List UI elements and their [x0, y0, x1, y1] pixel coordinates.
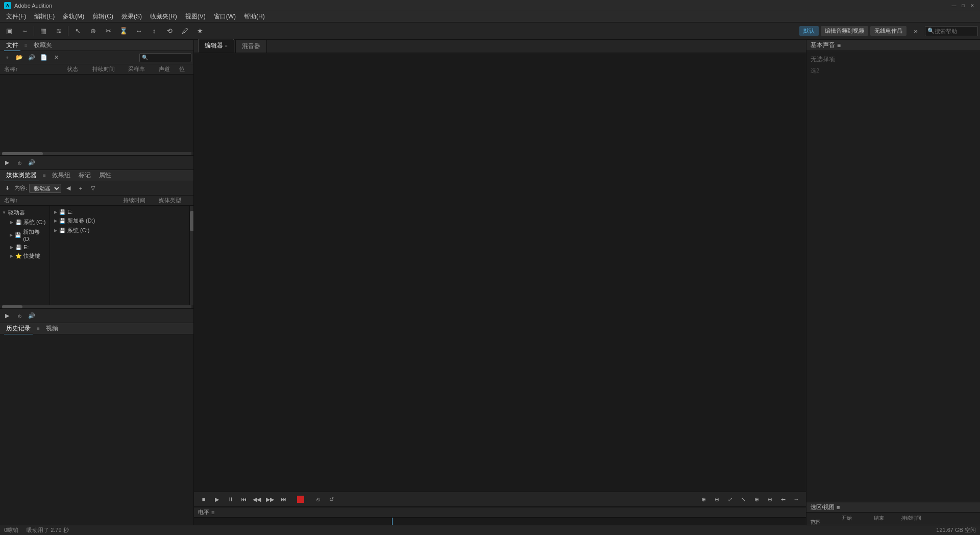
media-vscrollbar-thumb[interactable] [190, 211, 193, 231]
file-reveal-btn[interactable]: 📄 [39, 53, 49, 63]
play-btn[interactable]: ▶ [2, 158, 12, 168]
window-controls: — □ ✕ [950, 2, 976, 9]
tab-properties[interactable]: 属性 [97, 170, 113, 181]
toolbar-multitrack-icon[interactable]: ▦ [36, 25, 51, 38]
selection-end-label: 结束 [868, 515, 890, 522]
media-add-btn[interactable]: + [76, 183, 86, 193]
media-list-item-e[interactable]: ▶ 💾 E: [50, 208, 189, 216]
tab-markers[interactable]: 标记 [77, 170, 93, 181]
pause-btn[interactable]: ⏸ [225, 494, 236, 505]
tree-shortcuts[interactable]: ▶ ⭐ 快捷键 [0, 251, 50, 261]
media-nav-btn[interactable]: ◀ [63, 183, 74, 193]
tree-e[interactable]: ▶ 💾 E: [0, 243, 50, 251]
tab-file[interactable]: 文件 [4, 40, 20, 51]
toolbar-wave-icon[interactable]: ～ [17, 25, 32, 38]
zoom-fit2-btn[interactable]: ⤡ [738, 494, 749, 505]
media-panel: 媒体浏览器 ≡ 效果组 标记 属性 ⬇ 内容: 驱动器 ◀ + ▽ 名称↑ 持续… [0, 170, 193, 323]
menu-effects[interactable]: 效果(S) [117, 11, 146, 22]
media-list-item-c[interactable]: ▶ 💾 系统 (C:) [50, 226, 189, 235]
media-sound-btn[interactable]: 🔊 [27, 311, 37, 321]
file-media-btn[interactable]: 🔊 [27, 53, 37, 63]
menu-edit[interactable]: 编辑(E) [30, 11, 59, 22]
loop-btn[interactable]: ⎋ [14, 158, 24, 168]
sound-btn[interactable]: 🔊 [27, 158, 37, 168]
zoom-in-v-btn[interactable]: ⊕ [751, 494, 762, 505]
rewind-btn[interactable]: ◀◀ [251, 494, 262, 505]
media-filter-btn[interactable]: ▽ [88, 183, 98, 193]
workspace-default[interactable]: 默认 [799, 26, 819, 36]
maximize-button[interactable]: □ [960, 2, 967, 9]
workspace-video[interactable]: 编辑音频到视频 [821, 26, 868, 36]
level-tab-icon[interactable]: ≡ [211, 509, 214, 516]
tree-drives[interactable]: ▼ 驱动器 [0, 208, 50, 217]
stop-btn[interactable]: ■ [198, 494, 209, 505]
tab-mixer[interactable]: 混音器 [235, 39, 267, 53]
zoom-fit-v-btn[interactable]: ⬅ [777, 494, 789, 505]
goto-end-btn[interactable]: ⏭ [278, 494, 289, 505]
tree-d[interactable]: ▶ 💾 新加卷 (D: [0, 227, 50, 243]
tab-video[interactable]: 视频 [44, 323, 60, 334]
menu-multitrack[interactable]: 多轨(M) [59, 11, 88, 22]
media-content-select[interactable]: 驱动器 [29, 184, 61, 193]
tree-system-c[interactable]: ▶ 💾 系统 (C:) [0, 217, 50, 227]
record-btn[interactable] [297, 496, 304, 503]
media-loop-btn[interactable]: ⎋ [14, 311, 24, 321]
menu-view[interactable]: 视图(V) [181, 11, 210, 22]
file-panel-header: 文件 ≡ 收藏夹 [0, 40, 193, 51]
export-btn[interactable]: ⎋ [312, 494, 324, 505]
search-bar[interactable]: 🔍 [925, 26, 978, 36]
toolbar-tool6[interactable]: ↕ [147, 25, 161, 38]
tab-history-icon[interactable]: ≡ [37, 326, 40, 331]
toolbar-tool7[interactable]: ⟲ [162, 25, 177, 38]
selection-icon[interactable]: ≡ [837, 504, 840, 510]
fastforward-btn[interactable]: ▶▶ [264, 494, 276, 505]
zoom-out-h-btn[interactable]: ⊖ [711, 494, 722, 505]
minimize-button[interactable]: — [950, 2, 958, 9]
toolbar-tool2[interactable]: ⊕ [86, 25, 100, 38]
file-open-btn[interactable]: 📂 [14, 53, 24, 63]
media-home-btn[interactable]: ⬇ [2, 183, 12, 193]
workspace-radio[interactable]: 无线电作品 [870, 26, 906, 36]
toolbar-tool8[interactable]: 🖊 [178, 25, 192, 38]
toolbar-tool1[interactable]: ↖ [70, 25, 85, 38]
zoom-fit-h-btn[interactable]: ⤢ [724, 494, 736, 505]
editor-tab-icon[interactable]: ≡ [225, 43, 227, 48]
tab-effects[interactable]: 效果组 [50, 170, 72, 181]
media-vscrollbar[interactable] [189, 206, 193, 305]
tab-bookmarks[interactable]: 收藏夹 [32, 40, 54, 51]
zoom-out-v-btn[interactable]: ⊖ [764, 494, 775, 505]
close-button[interactable]: ✕ [969, 2, 976, 9]
level-tab[interactable]: 电平 [198, 508, 209, 516]
tab-file-icon[interactable]: ≡ [24, 42, 28, 48]
tab-media[interactable]: 媒体浏览器 [4, 170, 39, 181]
menu-help[interactable]: 帮助(H) [240, 11, 269, 22]
toolbar-tool4[interactable]: ⌛ [116, 25, 131, 38]
essential-sound-icon[interactable]: ≡ [837, 42, 841, 49]
menu-window[interactable]: 窗口(W) [210, 11, 240, 22]
menu-file[interactable]: 文件(F) [2, 11, 30, 22]
tab-media-icon[interactable]: ≡ [43, 173, 46, 178]
toolbar-waveform-icon[interactable]: ▣ [2, 25, 16, 38]
media-play-btn[interactable]: ▶ [2, 311, 12, 321]
file-new-btn[interactable]: + [2, 53, 12, 63]
media-list-item-d[interactable]: ▶ 💾 新加卷 (D:) [50, 216, 189, 226]
file-search[interactable]: 🔍 [139, 53, 191, 62]
app-logo: A [4, 2, 11, 9]
loop-toggle-btn[interactable]: ↺ [326, 494, 337, 505]
file-search-input[interactable] [148, 55, 189, 61]
toolbar-tool5[interactable]: ↔ [132, 25, 146, 38]
toolbar-tool9[interactable]: ★ [193, 25, 207, 38]
play-btn[interactable]: ▶ [211, 494, 223, 505]
toolbar-wave2-icon[interactable]: ≋ [52, 25, 66, 38]
zoom-in-h-btn[interactable]: ⊕ [698, 494, 709, 505]
menu-clip[interactable]: 剪辑(C) [88, 11, 117, 22]
goto-start-btn[interactable]: ⏮ [238, 494, 249, 505]
tab-editor[interactable]: 编辑器 ≡ [198, 39, 234, 53]
menu-favorites[interactable]: 收藏夹(R) [146, 11, 181, 22]
workspace-more-icon[interactable]: » [909, 25, 923, 38]
file-remove-btn[interactable]: ✕ [51, 53, 61, 63]
tab-history[interactable]: 历史记录 [4, 323, 33, 334]
toolbar-tool3[interactable]: ✂ [101, 25, 115, 38]
search-input[interactable] [935, 28, 975, 34]
zoom-full-btn[interactable]: → [791, 494, 802, 505]
